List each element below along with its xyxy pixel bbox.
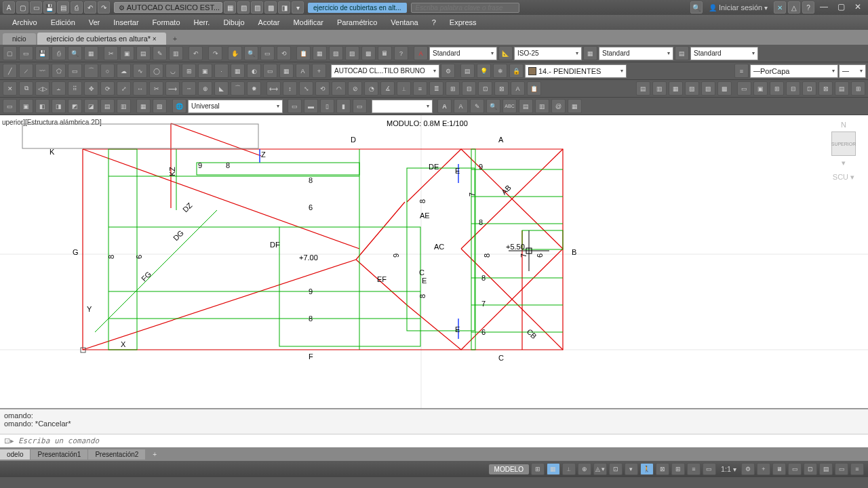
saveas-icon[interactable]: ▤ (57, 1, 69, 14)
tb-dim13-icon[interactable]: ⊟ (462, 81, 476, 96)
new-icon[interactable]: ▢ (16, 1, 28, 14)
tb-publish-icon[interactable]: ▦ (84, 46, 98, 60)
filter-select[interactable]: Universal (188, 100, 283, 113)
sb-lwt-icon[interactable]: ≡ (687, 463, 701, 475)
doc-close-button[interactable]: ✕ (850, 2, 865, 13)
tb-move-icon[interactable]: ✥ (84, 81, 98, 96)
menu-acotar[interactable]: Acotar (252, 16, 287, 28)
tb-pline-icon[interactable]: 〰 (35, 64, 50, 78)
tb-join-icon[interactable]: ⊕ (198, 81, 212, 96)
tb-cut-icon[interactable]: ✂ (104, 46, 118, 60)
menu-parametrico[interactable]: Paramétrico (330, 16, 384, 28)
menu-ventana[interactable]: Ventana (384, 16, 425, 28)
tb-line-icon[interactable]: ╱ (3, 64, 17, 78)
sb-gear-icon[interactable]: ⚙ (741, 463, 755, 475)
tb-revcloud-icon[interactable]: ☁ (117, 64, 131, 78)
sb-iso-icon[interactable]: ◬ ▾ (593, 463, 607, 475)
tb-dim11-icon[interactable]: ≣ (429, 81, 443, 96)
tb-rotate-icon[interactable]: ⟳ (100, 81, 115, 96)
sb-custom-icon[interactable]: ≡ (850, 463, 864, 475)
tb-lay1-icon[interactable]: ▤ (636, 81, 650, 96)
tb-re9-icon[interactable]: ▦ (136, 99, 151, 113)
tb-v5-icon[interactable]: ▭ (353, 99, 367, 113)
doc-tab-add[interactable]: + (167, 33, 182, 45)
tb-props-icon[interactable]: 📋 (296, 46, 311, 60)
layer-select[interactable]: 14.- PENDIENTES (525, 64, 627, 78)
tb-dim5-icon[interactable]: ◠ (332, 81, 346, 96)
tb-undo-icon[interactable]: ↶ (189, 46, 203, 60)
tb-dim12-icon[interactable]: ⊞ (446, 81, 460, 96)
tb-gradient-icon[interactable]: ◐ (247, 64, 261, 78)
viewcube[interactable]: N SUPERIOR ▾ SCU ▾ (825, 121, 863, 182)
tb-mlstyle-icon[interactable]: ▤ (675, 46, 689, 60)
tb-dim10-icon[interactable]: ≡ (413, 81, 427, 96)
tb-re10-icon[interactable]: ▧ (153, 99, 167, 113)
layout-p1[interactable]: Presentación1 (31, 449, 87, 460)
tb-t3-icon[interactable]: ✎ (470, 99, 484, 113)
tb-layermgr-icon[interactable]: ▤ (460, 64, 475, 78)
tb-ref6-icon[interactable]: ⊠ (818, 81, 833, 96)
layout-model[interactable]: odelo (0, 449, 30, 460)
workspace-dropdown[interactable]: AUTOCAD CL...TILO BRUNO (331, 64, 439, 78)
tb-scale-icon[interactable]: ⤢ (117, 81, 131, 96)
tb-mirror-icon[interactable]: ◁▷ (35, 81, 50, 96)
tb-t6-icon[interactable]: ▤ (519, 99, 533, 113)
dim-style-select[interactable]: ISO-25 (514, 47, 582, 60)
tb-extend-icon[interactable]: ⟶ (165, 81, 180, 96)
sb-ortho-icon[interactable]: ⟂ (562, 463, 576, 475)
menu-formato[interactable]: Formato (146, 16, 187, 28)
tb-markup-icon[interactable]: ▩ (361, 46, 376, 60)
sb-plus-icon[interactable]: + (757, 463, 770, 475)
tb-dim14-icon[interactable]: ⊡ (478, 81, 492, 96)
tb-dim15-icon[interactable]: ⊠ (494, 81, 509, 96)
tb-v4-icon[interactable]: ▮ (336, 99, 351, 113)
qat-btn1[interactable]: ▦ (224, 1, 236, 14)
visual-select[interactable] (372, 100, 433, 113)
tb-v2-icon[interactable]: ▬ (304, 99, 318, 113)
tb-redo-icon[interactable]: ↷ (208, 46, 222, 60)
tb-break-icon[interactable]: ╌ (182, 81, 196, 96)
tb-erase-icon[interactable]: ✕ (3, 81, 17, 96)
tb-copy2-icon[interactable]: ⧉ (19, 81, 33, 96)
tb-arc-icon[interactable]: ⌒ (84, 64, 98, 78)
sb-snap-icon[interactable]: ▦ (547, 463, 560, 475)
tb-t1-icon[interactable]: A (437, 99, 452, 113)
tb-table-icon[interactable]: ▦ (279, 64, 294, 78)
table-style-select[interactable]: Standard (599, 47, 673, 60)
tb-paste-icon[interactable]: ▤ (136, 46, 151, 60)
tb-zoomprev-icon[interactable]: ⟲ (277, 46, 291, 60)
tb-dim9-icon[interactable]: ⟂ (397, 81, 411, 96)
tb-lay5-icon[interactable]: ▨ (701, 81, 715, 96)
tb-t5-icon[interactable]: ABC (502, 99, 517, 113)
tb-match-icon[interactable]: ✎ (153, 46, 167, 60)
tb-spline-icon[interactable]: ∿ (133, 64, 147, 78)
tb-region-icon[interactable]: ▭ (263, 64, 277, 78)
command-input[interactable] (18, 436, 864, 445)
tb-dim17-icon[interactable]: 📋 (527, 81, 541, 96)
tb-ref4-icon[interactable]: ⊟ (786, 81, 800, 96)
menu-express[interactable]: Express (443, 16, 484, 28)
lineweight-select[interactable]: — (839, 64, 866, 78)
infocenter-icon[interactable]: 🔍 (690, 1, 703, 14)
tb-rect-icon[interactable]: ▭ (68, 64, 82, 78)
workspace-selector[interactable]: ⚙ AUTOCAD CLASICO EST... ▾ (114, 2, 222, 13)
exchange-icon[interactable]: ✕ (774, 1, 786, 14)
sb-3dosnap-icon[interactable]: ⊠ (656, 463, 669, 475)
tb-print-icon[interactable]: ⎙ (52, 46, 66, 60)
tb-t9-icon[interactable]: ▦ (568, 99, 582, 113)
viewcube-face[interactable]: SUPERIOR (831, 131, 856, 156)
sb-polar-icon[interactable]: ⊕ (578, 463, 591, 475)
tb-wssettings-icon[interactable]: ⚙ (441, 64, 455, 78)
tb-tablestyle-icon[interactable]: ▦ (583, 46, 597, 60)
tb-calc-icon[interactable]: 🖩 (378, 46, 392, 60)
sb-hw-icon[interactable]: ⊡ (804, 463, 817, 475)
tb-circle-icon[interactable]: ○ (100, 64, 115, 78)
qat-more[interactable]: ▾ (292, 1, 304, 14)
open-icon[interactable]: ▭ (30, 1, 42, 14)
status-modelo[interactable]: MODELO (489, 464, 529, 474)
tb-help2-icon[interactable]: ? (394, 46, 408, 60)
tb-re3-icon[interactable]: ◧ (35, 99, 50, 113)
menu-insertar[interactable]: Insertar (106, 16, 145, 28)
qat-btn5[interactable]: ◨ (278, 1, 290, 14)
tb-open-icon[interactable]: ▭ (19, 46, 33, 60)
